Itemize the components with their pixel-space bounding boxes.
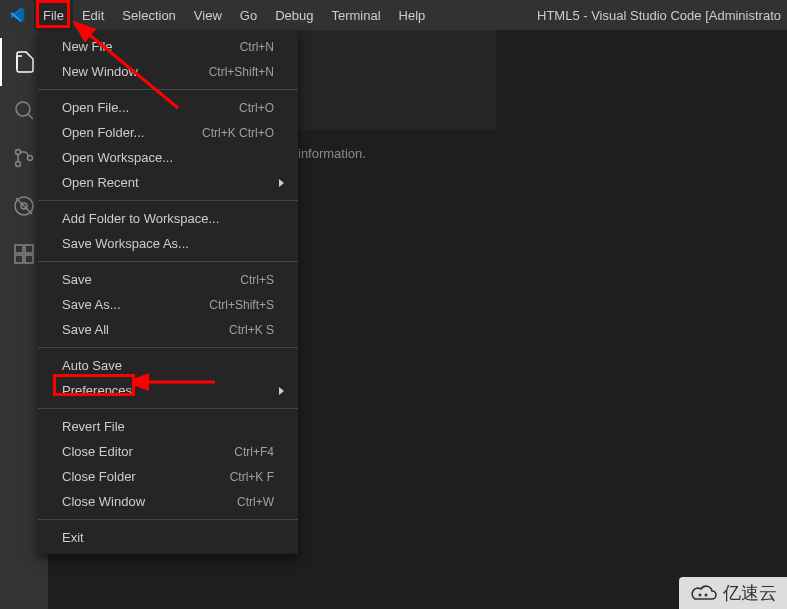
menu-help[interactable]: Help [390,0,435,30]
menu-label: Save As... [62,297,209,312]
menu-shortcut: Ctrl+K S [229,323,274,337]
menu-auto-save[interactable]: Auto Save [38,353,298,378]
menu-save[interactable]: SaveCtrl+S [38,267,298,292]
svg-point-3 [16,162,21,167]
menu-revert-file[interactable]: Revert File [38,414,298,439]
menu-shortcut: Ctrl+S [240,273,274,287]
menu-label: Close Folder [62,469,230,484]
menu-new-window[interactable]: New WindowCtrl+Shift+N [38,59,298,84]
menu-label: Add Folder to Workspace... [62,211,274,226]
menu-shortcut: Ctrl+Shift+N [209,65,274,79]
menu-label: Open File... [62,100,239,115]
menu-debug[interactable]: Debug [266,0,322,30]
menu-label: Open Workspace... [62,150,274,165]
menu-shortcut: Ctrl+O [239,101,274,115]
svg-point-0 [16,102,30,116]
svg-rect-9 [25,255,33,263]
menu-close-editor[interactable]: Close EditorCtrl+F4 [38,439,298,464]
cloud-icon [689,584,719,602]
menu-terminal[interactable]: Terminal [322,0,389,30]
menu-preferences[interactable]: Preferences [38,378,298,403]
menu-separator [38,347,298,348]
menu-open-workspace[interactable]: Open Workspace... [38,145,298,170]
menu-separator [38,261,298,262]
menu-label: Open Folder... [62,125,202,140]
menu-open-folder[interactable]: Open Folder...Ctrl+K Ctrl+O [38,120,298,145]
watermark-badge: 亿速云 [679,577,787,609]
menu-label: Save [62,272,240,287]
menu-edit[interactable]: Edit [73,0,113,30]
titlebar: File Edit Selection View Go Debug Termin… [0,0,787,30]
info-text: information. [298,146,366,161]
menu-save-workspace-as[interactable]: Save Workspace As... [38,231,298,256]
menu-open-recent[interactable]: Open Recent [38,170,298,195]
menu-label: Save All [62,322,229,337]
menu-separator [38,200,298,201]
menu-add-folder[interactable]: Add Folder to Workspace... [38,206,298,231]
menu-save-all[interactable]: Save AllCtrl+K S [38,317,298,342]
menu-selection[interactable]: Selection [113,0,184,30]
svg-rect-10 [25,245,33,253]
menu-separator [38,89,298,90]
menu-view[interactable]: View [185,0,231,30]
menu-label: New File [62,39,240,54]
menu-separator [38,408,298,409]
svg-line-1 [28,114,33,119]
svg-point-4 [28,156,33,161]
chevron-right-icon [279,387,284,395]
menu-exit[interactable]: Exit [38,525,298,550]
menu-shortcut: Ctrl+N [240,40,274,54]
chevron-right-icon [279,179,284,187]
menu-label: Close Editor [62,444,234,459]
menu-label: Exit [62,530,274,545]
menu-new-file[interactable]: New FileCtrl+N [38,34,298,59]
menu-separator [38,519,298,520]
menu-close-window[interactable]: Close WindowCtrl+W [38,489,298,514]
menu-label: Close Window [62,494,237,509]
menu-go[interactable]: Go [231,0,266,30]
file-menu-dropdown: New FileCtrl+N New WindowCtrl+Shift+N Op… [38,30,298,554]
menu-shortcut: Ctrl+Shift+S [209,298,274,312]
window-title: HTML5 - Visual Studio Code [Administrato [537,8,787,23]
menu-shortcut: Ctrl+K Ctrl+O [202,126,274,140]
svg-rect-8 [15,255,23,263]
svg-rect-7 [15,245,23,253]
menu-close-folder[interactable]: Close FolderCtrl+K F [38,464,298,489]
menu-open-file[interactable]: Open File...Ctrl+O [38,95,298,120]
menu-file[interactable]: File [34,0,73,30]
menu-shortcut: Ctrl+K F [230,470,274,484]
menu-shortcut: Ctrl+F4 [234,445,274,459]
watermark-text: 亿速云 [723,581,777,605]
menu-label: Open Recent [62,175,274,190]
menu-label: Preferences [62,383,274,398]
svg-point-13 [699,594,702,597]
menu-save-as[interactable]: Save As...Ctrl+Shift+S [38,292,298,317]
menu-label: New Window [62,64,209,79]
svg-point-14 [705,594,708,597]
menu-label: Auto Save [62,358,274,373]
svg-point-2 [16,150,21,155]
vscode-logo-icon [8,6,26,24]
menubar: File Edit Selection View Go Debug Termin… [34,0,537,30]
menu-label: Revert File [62,419,274,434]
menu-label: Save Workspace As... [62,236,274,251]
menu-shortcut: Ctrl+W [237,495,274,509]
